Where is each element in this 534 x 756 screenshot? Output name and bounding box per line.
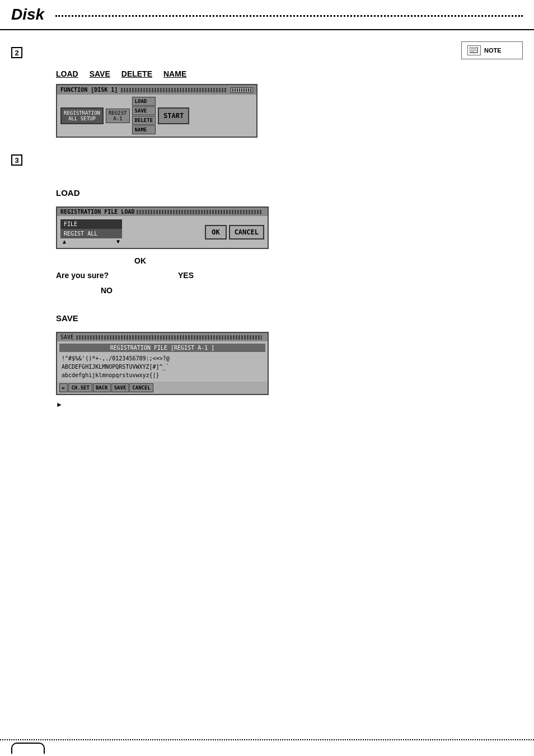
regist-btn[interactable]: REGIST (109, 110, 127, 116)
btn-load[interactable]: LOAD (132, 97, 156, 106)
regist-item-regist-all[interactable]: REGIST ALL (60, 229, 122, 238)
step3-section: 3 LOAD REGISTRATION FILE LOAD FILE REGIS… (11, 149, 444, 408)
step2-marker: 2 (11, 47, 22, 58)
tab-delete[interactable]: DELETE (121, 69, 152, 78)
content-left: 2 LOAD SAVE DELETE NAME FUNCTION [DISK 1… (11, 41, 456, 741)
confirm-row: Are you sure? YES (56, 269, 444, 281)
function-screen-body: REGISTRATION ALL SETUP REGIST A-1 LOAD S… (57, 95, 256, 137)
save-screen-header: SAVE (57, 333, 268, 341)
step3-marker: 3 (11, 154, 22, 166)
step2-section: 2 LOAD SAVE DELETE NAME FUNCTION [DISK 1… (11, 41, 444, 138)
note-label: NOTE (484, 47, 502, 54)
footer-tab (11, 743, 45, 754)
load-section: LOAD REGISTRATION FILE LOAD FILE REGIST … (11, 188, 444, 297)
regist-label-box: REGISTRATION ALL SETUP (60, 107, 104, 124)
arrow-note: ► (56, 401, 444, 408)
save-screen-footer: ► CH.SET BACK SAVE CANCEL (57, 382, 268, 394)
chars-line3: abcdefghijklmnopqrstuvwxyz{|} (62, 371, 263, 379)
regist-label: REGISTRATION (64, 110, 100, 116)
btn-chset[interactable]: CH.SET (68, 383, 92, 392)
btn-save[interactable]: SAVE (132, 106, 156, 115)
arrow-down[interactable]: ▼ (116, 238, 120, 245)
regist-item-file[interactable]: FILE (60, 219, 122, 229)
btn-arrow-select[interactable]: ► (59, 383, 68, 392)
nav-tabs: LOAD SAVE DELETE NAME (56, 69, 444, 78)
regist-screen-buttons: OK CANCEL (205, 225, 264, 240)
function-screen-header: FUNCTION [DISK 1] (57, 85, 256, 95)
chars-line1: !"#$%&'()*+-,./0123456789:;<=>?@ (62, 354, 263, 363)
yes-text: YES (178, 271, 194, 280)
save-file-title: REGISTRATION FILE [REGIST A-1 ] (59, 344, 265, 352)
function-screen-title: FUNCTION [DISK 1] (60, 87, 118, 93)
save-chars: !"#$%&'()*+-,./0123456789:;<=>?@ ABCDEFG… (59, 353, 265, 381)
btn-start[interactable]: START (158, 107, 189, 124)
page-title: Disk (11, 6, 44, 24)
save-heading: SAVE (56, 313, 444, 323)
regist-screen-header: REGISTRATION FILE LOAD (57, 208, 268, 216)
chars-line2: ABCDEFGHIJKLMNOPQRSTUVWXYZ[#]^_` (62, 363, 263, 371)
tab-name[interactable]: NAME (163, 69, 186, 78)
regist-number: A-1 (109, 116, 127, 121)
regist-screen-body: FILE REGIST ALL ▲ ▼ OK CANCEL (57, 216, 268, 248)
main-content: 2 LOAD SAVE DELETE NAME FUNCTION [DISK 1… (0, 30, 534, 753)
ok-button[interactable]: OK (205, 225, 226, 240)
save-screen: SAVE REGISTRATION FILE [REGIST A-1 ] !"#… (56, 332, 269, 395)
btn-back[interactable]: BACK (93, 383, 111, 392)
all-setup-label: ALL SETUP (64, 116, 100, 121)
tab-load[interactable]: LOAD (56, 69, 78, 78)
ok-instruction-section: OK Are you sure? YES NO (11, 255, 444, 297)
regist-file-load-screen: REGISTRATION FILE LOAD FILE REGIST ALL ▲… (56, 206, 269, 249)
note-box: NOTE (461, 41, 523, 59)
function-screen: FUNCTION [DISK 1] REGISTRATION ALL SETUP… (56, 84, 257, 138)
save-section: SAVE SAVE REGISTRATION FILE [REGIST A-1 … (11, 313, 444, 408)
content-right: NOTE (456, 41, 523, 741)
note-icon (467, 45, 481, 55)
page-header: Disk (0, 0, 534, 30)
btn-save-action[interactable]: SAVE (111, 383, 129, 392)
confirm-text: Are you sure? (56, 271, 109, 280)
regist-arrows: ▲ ▼ (60, 238, 122, 245)
cancel-button[interactable]: CANCEL (229, 225, 264, 240)
save-screen-content: REGISTRATION FILE [REGIST A-1 ] !"#$%&'(… (57, 341, 268, 382)
regist-btn-box: REGIST A-1 (106, 109, 130, 123)
page-footer (0, 739, 534, 756)
load-heading: LOAD (56, 188, 444, 198)
no-text: NO (101, 284, 444, 297)
header-divider (55, 15, 523, 17)
btn-cancel-save[interactable]: CANCEL (129, 383, 153, 392)
regist-screen-title: REGISTRATION FILE LOAD (60, 209, 134, 215)
tab-save[interactable]: SAVE (90, 69, 110, 78)
arrow-up[interactable]: ▲ (63, 238, 66, 245)
btn-delete[interactable]: DELETE (132, 116, 156, 125)
btn-name[interactable]: NAME (132, 125, 156, 134)
action-buttons: LOAD SAVE DELETE NAME (132, 97, 156, 134)
ok-instruction: OK (134, 255, 444, 267)
save-title: SAVE (60, 334, 74, 340)
regist-list: FILE REGIST ALL ▲ ▼ (60, 219, 122, 245)
